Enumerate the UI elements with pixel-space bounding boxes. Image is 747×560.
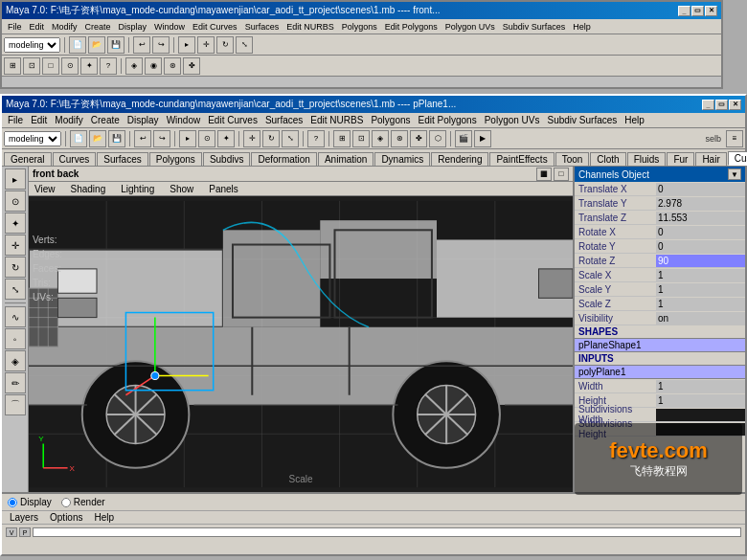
viewport-canvas[interactable]: X Y Verts: Edges: Faces: Tris: UVs: Scal… (29, 196, 573, 492)
back-title-bar[interactable]: Maya 7.0: F:\电子资料\maya_mode-cundang\maya… (2, 2, 721, 19)
back-select-btn[interactable]: ▸ (178, 36, 195, 54)
ch-val-rx[interactable]: 0 (656, 226, 745, 238)
back-tb2-b10[interactable]: ✤ (183, 57, 200, 75)
layer-p-1[interactable]: P (19, 527, 31, 537)
front-redo-btn[interactable]: ↪ (153, 130, 170, 147)
back-scale-btn[interactable]: ⤡ (236, 36, 253, 54)
tool-select[interactable]: ▸ (5, 168, 26, 190)
front-menu-surfaces[interactable]: Surfaces (261, 115, 306, 125)
front-menu-window[interactable]: Window (163, 115, 205, 125)
back-menu-polygons[interactable]: Polygons (338, 22, 381, 32)
ch-val-sz[interactable]: 1 (656, 298, 745, 310)
bottom-help-menu[interactable]: Help (90, 512, 118, 523)
layer-name-1[interactable] (33, 527, 741, 537)
front-save-btn[interactable]: 💾 (108, 130, 125, 147)
back-menu-create[interactable]: Create (81, 22, 115, 32)
vp-menu-shading[interactable]: Shading (67, 184, 110, 194)
tab-fluids[interactable]: Fluids (627, 152, 667, 166)
front-menu-uvs[interactable]: Polygon UVs (481, 115, 544, 125)
front-help-btn[interactable]: ? (307, 130, 325, 147)
back-menu-editpolygons[interactable]: Edit Polygons (381, 22, 441, 32)
front-menu-editpolygons[interactable]: Edit Polygons (415, 115, 481, 125)
back-menu-subdiv[interactable]: Subdiv Surfaces (499, 22, 570, 32)
bottom-layers-menu[interactable]: Layers (6, 512, 42, 523)
tab-general[interactable]: General (4, 152, 52, 166)
back-tb2-b3[interactable]: □ (42, 57, 59, 75)
tool-cv[interactable]: ◦ (5, 328, 26, 349)
front-ipr-btn[interactable]: ▶ (474, 130, 491, 147)
back-tb2-b5[interactable]: ✦ (80, 57, 98, 75)
tab-polygons[interactable]: Polygons (149, 152, 202, 166)
tab-subdivs[interactable]: Subdivs (203, 152, 251, 166)
front-sel-btn[interactable]: ▸ (179, 130, 196, 147)
back-new-btn[interactable]: 📄 (69, 36, 86, 54)
ch-val-w[interactable]: 1 (656, 380, 745, 392)
display-radio[interactable] (8, 498, 17, 507)
tool-arc[interactable]: ⌒ (5, 394, 26, 415)
ch-val-ty[interactable]: 2.978 (656, 197, 745, 210)
display-radio-label[interactable]: Display (8, 497, 52, 507)
render-radio-label[interactable]: Render (61, 497, 105, 507)
front-open-btn[interactable]: 📂 (89, 130, 106, 147)
input-node[interactable]: polyPlane1 (575, 366, 745, 379)
tab-animation[interactable]: Animation (318, 152, 374, 166)
back-menu-display[interactable]: Display (115, 22, 151, 32)
back-menu-uvs[interactable]: Polygon UVs (441, 22, 499, 32)
front-new-btn[interactable]: 📄 (70, 130, 87, 147)
ch-val-rz[interactable]: 90 (656, 255, 745, 267)
back-menu-file[interactable]: File (4, 22, 26, 32)
back-rotate-btn[interactable]: ↻ (216, 36, 234, 54)
front-menu-help[interactable]: Help (621, 115, 648, 125)
front-menu-editcurves[interactable]: Edit Curves (204, 115, 261, 125)
back-menu-modify[interactable]: Modify (48, 22, 81, 32)
tab-fur[interactable]: Fur (667, 152, 694, 166)
back-menu-help[interactable]: Help (569, 22, 595, 32)
back-mode-dropdown[interactable]: modeling (4, 37, 60, 53)
back-restore-btn[interactable]: ▭ (691, 6, 704, 16)
tab-dynamics[interactable]: Dynamics (374, 152, 430, 166)
front-menu-subdiv[interactable]: Subdiv Surfaces (543, 115, 621, 125)
front-menu-file[interactable]: File (4, 115, 27, 125)
ch-collapse-btn[interactable]: ▼ (728, 168, 741, 180)
back-menu-surfaces[interactable]: Surfaces (241, 22, 283, 32)
front-scale-btn[interactable]: ⤡ (282, 130, 299, 147)
tool-ep[interactable]: ◈ (5, 350, 26, 371)
front-menu-polygons[interactable]: Polygons (367, 115, 414, 125)
tab-rendering[interactable]: Rendering (431, 152, 488, 166)
front-move-btn[interactable]: ✛ (243, 130, 260, 147)
ch-val-tz[interactable]: 11.553 (656, 212, 745, 224)
back-undo-btn[interactable]: ↩ (133, 36, 150, 54)
front-restore-btn[interactable]: ▭ (715, 100, 728, 110)
back-menu-edit[interactable]: Edit (26, 22, 49, 32)
back-tb2-b8[interactable]: ◉ (145, 57, 162, 75)
front-minimize-btn[interactable]: _ (702, 100, 714, 110)
tool-lasso[interactable]: ⊙ (5, 190, 26, 212)
ch-val-vis[interactable]: on (656, 312, 745, 325)
ch-val-sw[interactable] (656, 409, 745, 421)
front-tb-b2[interactable]: ⊡ (352, 130, 370, 147)
front-menu-editnurbs[interactable]: Edit NURBS (306, 115, 367, 125)
vp-menu-lighting[interactable]: Lighting (117, 184, 158, 194)
tab-surfaces[interactable]: Surfaces (97, 152, 147, 166)
tool-rotate[interactable]: ↻ (5, 257, 26, 278)
front-tb-b4[interactable]: ⊛ (391, 130, 408, 147)
front-close-btn[interactable]: ✕ (729, 100, 741, 110)
tab-painteffects[interactable]: PaintEffects (489, 152, 554, 166)
tab-hair[interactable]: Hair (695, 152, 726, 166)
tool-scale[interactable]: ⤡ (5, 279, 26, 300)
tab-curves[interactable]: Curves (53, 152, 97, 166)
back-tb2-b6[interactable]: ? (100, 57, 117, 75)
vp-menu-panels[interactable]: Panels (205, 184, 242, 194)
back-tb2-b2[interactable]: ⊡ (23, 57, 40, 75)
tab-toon[interactable]: Toon (555, 152, 590, 166)
back-tb2-b7[interactable]: ◈ (125, 57, 143, 75)
shape-node[interactable]: pPlaneShape1 (575, 339, 745, 352)
back-minimize-btn[interactable]: _ (678, 6, 690, 16)
front-mode-dropdown[interactable]: modeling (4, 131, 61, 146)
back-save-btn[interactable]: 💾 (107, 36, 124, 54)
tool-pencil[interactable]: ✏ (5, 372, 26, 393)
layer-vis-1[interactable]: V (6, 527, 17, 537)
back-redo-btn[interactable]: ↪ (152, 36, 170, 54)
back-menu-editnurbs[interactable]: Edit NURBS (283, 22, 338, 32)
ch-val-sy[interactable]: 1 (656, 283, 745, 296)
